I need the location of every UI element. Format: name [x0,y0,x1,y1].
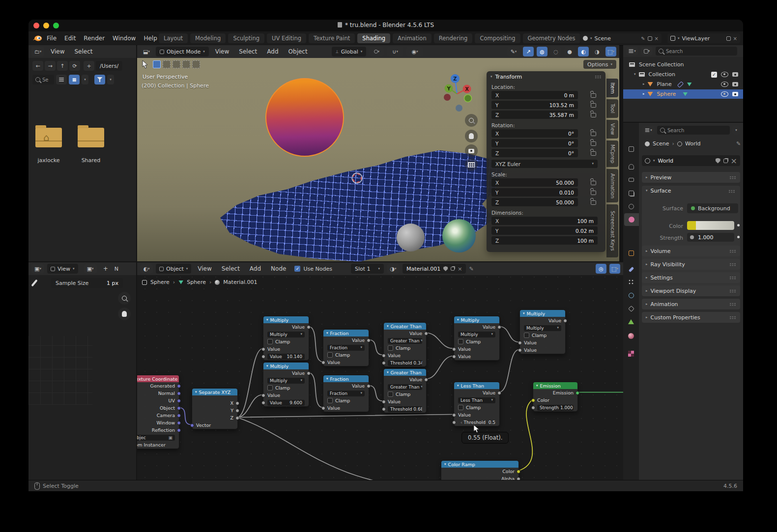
panel-title[interactable]: Transform [495,74,522,80]
node-value-field[interactable]: Value10.140 [267,354,305,360]
output-socket[interactable] [177,392,181,395]
panel-ray-visibility[interactable]: ▸Ray Visibility [642,259,740,270]
expand-icon[interactable]: ▸ [643,83,645,86]
scene-icon[interactable] [583,36,588,41]
folder-jaxlocke[interactable]: ⌂ [35,128,62,147]
properties-display-filter-icon[interactable]: ▾ [642,126,655,135]
output-socket[interactable] [497,391,501,395]
lock-icon[interactable] [591,191,596,195]
shader-node-math-multiply-4[interactable]: ▾MultiplyValueMultiply▾ClampValueValue [519,309,566,354]
file-browser-view-menu[interactable]: View [47,48,68,55]
disable-render-camera-icon[interactable] [732,92,738,96]
select-tool-arrow-icon[interactable] [141,60,149,69]
view-menu[interactable]: View [194,265,215,272]
workspace-tab-uv-editing[interactable]: UV Editing [267,33,306,43]
output-socket[interactable] [177,428,181,432]
shader-node-math-fraction-2[interactable]: ▾FractionValueFraction▾ClampValue [323,375,369,412]
tab-object[interactable] [623,247,639,259]
create-directory-button[interactable]: + [84,61,94,71]
outliner-row-plane[interactable]: ▸ Plane [623,80,743,89]
collapse-icon[interactable]: ▾ [457,384,459,388]
dimensions-y-field[interactable]: Y0.02 m [491,226,598,235]
image-view-mode-dropdown[interactable]: View▾ [47,264,78,274]
options-button[interactable]: Options▾ [583,60,616,69]
chevron-down-icon[interactable]: ▾ [678,37,680,40]
folder-label[interactable]: jaxlocke [35,157,62,164]
fake-user-shield-icon[interactable] [443,266,448,271]
collapse-icon[interactable]: ▾ [326,377,328,381]
world-datablock-icon[interactable] [645,158,650,164]
surface-shader-dropdown[interactable]: Background [687,203,738,213]
output-socket[interactable] [517,477,520,480]
input-socket[interactable] [452,420,456,424]
file-search-input[interactable]: Se [32,75,54,84]
properties-options-chevron-icon[interactable]: ▾ [732,126,740,135]
lock-icon[interactable] [591,113,596,117]
shader-node-math-multiply-2[interactable]: ▾MultiplyValueMultiply▾ClampValueValue9.… [263,362,309,407]
folder-label[interactable]: Shared [78,157,104,164]
zoom-image-icon[interactable] [118,292,131,305]
image-datablock-icon[interactable]: ▣▾ [84,264,97,274]
sidebar-tab-view[interactable]: View [606,120,618,139]
workspace-tab-sculpting[interactable]: Sculpting [228,33,264,43]
output-socket[interactable] [307,371,311,375]
dimensions-z-field[interactable]: Z100 m [491,236,598,245]
collapse-icon[interactable]: ▾ [536,384,538,388]
collapse-icon[interactable]: ▾ [457,318,459,322]
strength-field[interactable]: 1.000 [687,233,734,242]
unlink-datablock-icon[interactable]: × [731,156,737,166]
scale-z-field[interactable]: Z50.000 [491,198,578,206]
sidebar-tab-mcprep[interactable]: MCprep [606,140,618,167]
tab-modifiers[interactable] [623,263,639,276]
lock-icon[interactable] [591,132,596,136]
output-socket[interactable] [424,378,428,382]
menu-window[interactable]: Window [109,35,139,42]
filter-toggle-icon[interactable] [94,75,105,84]
node-value-field[interactable]: Threshold0.680 [388,406,422,412]
editor-type-outliner-icon[interactable]: ▾ [626,47,638,56]
node-value-field[interactable]: Strength1.000 [537,405,574,411]
node-canvas[interactable]: 0.55 (Float). ▾Texture CoordinateGenerat… [137,291,623,480]
sidebar-tab-item[interactable]: Item [606,79,618,97]
output-socket[interactable] [307,325,311,329]
clamp-checkbox[interactable] [327,398,333,403]
input-socket[interactable] [261,355,265,359]
node-operation-dropdown[interactable]: Greater Than▾ [388,338,422,344]
editor-type-shader-icon[interactable]: ◐▾ [140,264,153,274]
output-socket[interactable] [367,384,371,388]
workspace-tab-geometry-nodes[interactable]: Geometry Nodes [523,33,580,43]
breadcrumb-world[interactable]: World [685,140,701,147]
editor-type-file-browser-icon[interactable]: 🗀▾ [31,47,44,56]
hide-eye-icon[interactable] [721,91,728,97]
input-socket[interactable] [531,398,535,402]
new-view-layer-icon[interactable] [726,36,731,41]
shader-node-math-fraction-1[interactable]: ▾FractionValueFraction▾ClampValue [323,329,369,366]
editor-type-image-icon[interactable]: ▣▾ [31,264,44,274]
outliner-row-scene-collection[interactable]: Scene Collection [623,60,743,69]
select-box-tweak-icon[interactable] [153,60,161,68]
workspace-tab-animation[interactable]: Animation [393,33,432,43]
back-button[interactable]: ← [32,61,43,71]
input-socket[interactable] [382,361,386,365]
input-socket[interactable] [452,355,456,359]
display-vertical-list-icon[interactable] [56,75,67,84]
view-layer-icon[interactable] [670,36,675,41]
output-socket[interactable] [235,401,239,405]
clamp-checkbox[interactable] [327,352,333,358]
sidebar-tab-tool[interactable]: Tool [606,99,618,118]
shading-wireframe-icon[interactable]: ◌ [550,47,561,56]
shader-node-math-greater-than-1[interactable]: ▾Greater ThanValueGreater Than▾ClampValu… [383,322,427,367]
input-socket[interactable] [261,347,265,351]
lock-icon[interactable] [591,141,596,146]
location-z-field[interactable]: Z35.587 m [491,111,578,119]
workspace-tab-compositing[interactable]: Compositing [475,33,520,43]
node-operation-dropdown[interactable]: Greater Than▾ [388,384,422,390]
collapse-icon[interactable]: ▾ [266,364,268,368]
node-value-field[interactable]: Value9.600 [267,400,305,406]
collapse-icon[interactable]: ▾ [326,331,328,335]
tab-view-layer[interactable] [623,187,639,199]
refresh-button[interactable]: ⟳ [69,61,80,71]
parent-directory-button[interactable]: ↑ [57,61,68,71]
animate-dot-icon[interactable] [737,236,740,238]
lock-icon[interactable] [591,103,596,108]
